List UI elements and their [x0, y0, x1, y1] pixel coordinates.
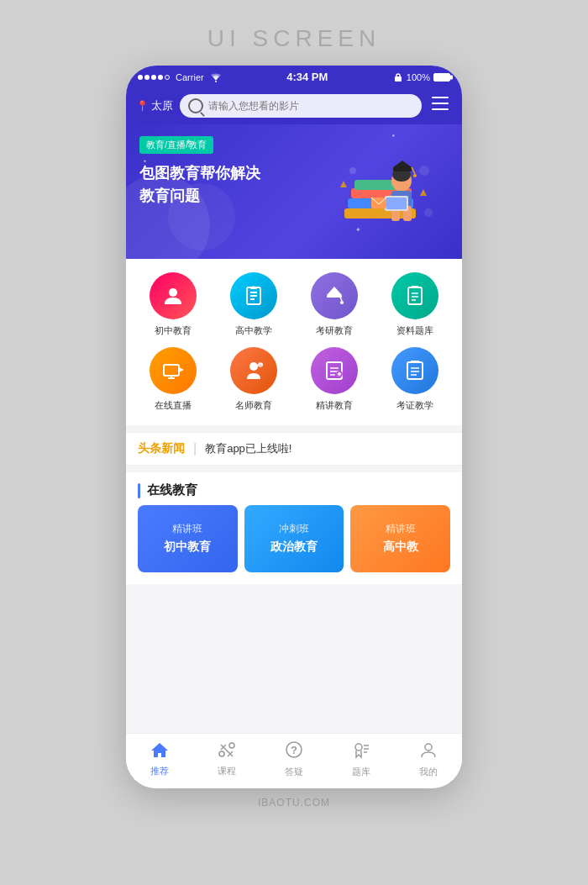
ui-screen-label: UI SCREEN — [207, 25, 381, 52]
location-text: 太原 — [151, 98, 173, 113]
icon-label-1: 高中教学 — [235, 324, 272, 337]
icon-item-1[interactable]: 高中教学 — [215, 272, 292, 337]
svg-point-19 — [413, 174, 417, 177]
signal-dot-2 — [144, 75, 150, 80]
icon-label-7: 考证教学 — [396, 399, 433, 412]
location-area[interactable]: 📍 太原 — [136, 98, 173, 113]
footer-label: IBAOTU.COM — [258, 797, 330, 809]
location-pin-icon: 📍 — [136, 100, 149, 112]
svg-marker-17 — [393, 161, 412, 167]
carrier-label: Carrier — [176, 72, 204, 82]
deco-star-2: ✦ — [143, 158, 147, 164]
status-time: 4:34 PM — [286, 71, 328, 83]
svg-rect-41 — [164, 365, 179, 376]
course-card-title-2: 高中教 — [383, 537, 418, 556]
bottom-nav: 推荐 课程 ? — [126, 733, 462, 788]
svg-point-0 — [215, 81, 217, 82]
nav-label-qa: 答疑 — [285, 766, 303, 778]
icon-label-2: 考研教育 — [316, 324, 353, 337]
course-card-1[interactable]: 冲刺班 政治教育 — [244, 505, 344, 572]
svg-rect-36 — [408, 287, 422, 304]
svg-point-25 — [424, 208, 433, 217]
wifi-icon — [210, 72, 222, 82]
home-icon — [150, 741, 169, 762]
news-text: 教育app已上线啦! — [205, 441, 291, 456]
svg-point-64 — [229, 743, 234, 748]
nav-item-library[interactable]: 题库 — [328, 740, 395, 778]
hero-title: 包图教育帮你解决 教育问题 — [139, 162, 309, 208]
svg-marker-55 — [411, 361, 419, 362]
signal-dot-4 — [158, 75, 163, 80]
qa-icon: ? — [285, 740, 303, 763]
signal-dot-3 — [151, 75, 156, 80]
icon-circle-6 — [311, 347, 358, 394]
menu-icon[interactable] — [428, 93, 452, 118]
svg-marker-37 — [412, 286, 418, 287]
svg-point-71 — [425, 744, 432, 751]
lock-icon — [393, 72, 403, 82]
nav-item-profile[interactable]: 我的 — [395, 740, 462, 778]
battery-label: 100% — [407, 72, 430, 82]
hero-tag: 教育/直播/教育 — [139, 136, 213, 154]
news-divider: | — [193, 441, 197, 456]
icon-item-0[interactable]: 初中教育 — [134, 272, 212, 337]
svg-rect-1 — [395, 76, 402, 82]
news-tag-part1: 头条 — [138, 441, 161, 455]
icon-circle-4 — [150, 347, 197, 394]
course-card-subtitle-0: 精讲班 — [172, 521, 202, 537]
section-accent — [138, 483, 140, 498]
news-tag-part2: 新闻 — [161, 441, 185, 455]
svg-marker-33 — [327, 287, 342, 295]
search-bar: 📍 太原 — [126, 87, 462, 124]
library-icon — [352, 740, 370, 763]
svg-rect-15 — [386, 198, 407, 209]
nav-item-home[interactable]: 推荐 — [126, 741, 193, 777]
icon-item-4[interactable]: 在线直播 — [134, 347, 212, 412]
nav-item-qa[interactable]: ? 答疑 — [260, 740, 328, 778]
phone-frame: Carrier 4:34 PM 100% — [126, 66, 462, 788]
icon-label-3: 资料题库 — [396, 324, 433, 337]
signal-dot-1 — [138, 75, 143, 80]
news-tag: 头条新闻 — [138, 441, 185, 456]
svg-rect-3 — [432, 103, 449, 104]
icon-item-2[interactable]: 考研教育 — [296, 272, 373, 337]
icon-circle-2 — [311, 272, 358, 319]
svg-line-18 — [412, 167, 415, 174]
icon-item-7[interactable]: 考证教学 — [376, 347, 454, 412]
svg-point-63 — [219, 751, 224, 756]
hero-illustration — [311, 124, 462, 259]
nav-label-courses: 课程 — [218, 765, 236, 777]
svg-point-23 — [349, 167, 356, 174]
svg-rect-44 — [171, 376, 172, 378]
svg-rect-54 — [407, 362, 423, 379]
course-card-0[interactable]: 精讲班 初中教育 — [138, 505, 238, 572]
icon-item-5[interactable]: 名师教育 — [215, 347, 292, 412]
icon-circle-0 — [150, 272, 197, 319]
search-input[interactable] — [208, 100, 413, 112]
course-card-title-1: 政治教育 — [270, 537, 318, 556]
search-input-area[interactable] — [180, 94, 422, 118]
svg-point-67 — [355, 744, 362, 751]
nav-item-courses[interactable]: 课程 — [193, 741, 260, 777]
course-card-title-0: 初中教育 — [164, 537, 211, 556]
icon-item-3[interactable]: 资料题库 — [376, 272, 454, 337]
icon-label-0: 初中教育 — [155, 324, 192, 337]
icon-label-5: 名师教育 — [235, 399, 272, 412]
nav-label-home: 推荐 — [150, 765, 169, 777]
page-wrapper: UI SCREEN Carrier 4:34 PM — [0, 17, 588, 885]
icon-item-6[interactable]: 精讲教育 — [296, 347, 373, 412]
svg-point-26 — [169, 288, 177, 297]
course-card-2[interactable]: 精讲班 高中教 — [350, 505, 450, 572]
icon-circle-1 — [230, 272, 277, 319]
nav-label-library: 题库 — [352, 766, 370, 778]
icon-circle-7 — [391, 347, 438, 394]
svg-rect-4 — [432, 108, 449, 110]
icon-circle-5 — [230, 347, 277, 394]
icon-label-6: 精讲教育 — [316, 399, 353, 412]
profile-icon — [419, 740, 438, 763]
battery-icon — [433, 73, 450, 82]
signal-dot-5 — [165, 75, 170, 80]
svg-rect-16 — [393, 167, 412, 171]
search-icon — [188, 98, 203, 113]
icon-label-4: 在线直播 — [155, 399, 192, 412]
